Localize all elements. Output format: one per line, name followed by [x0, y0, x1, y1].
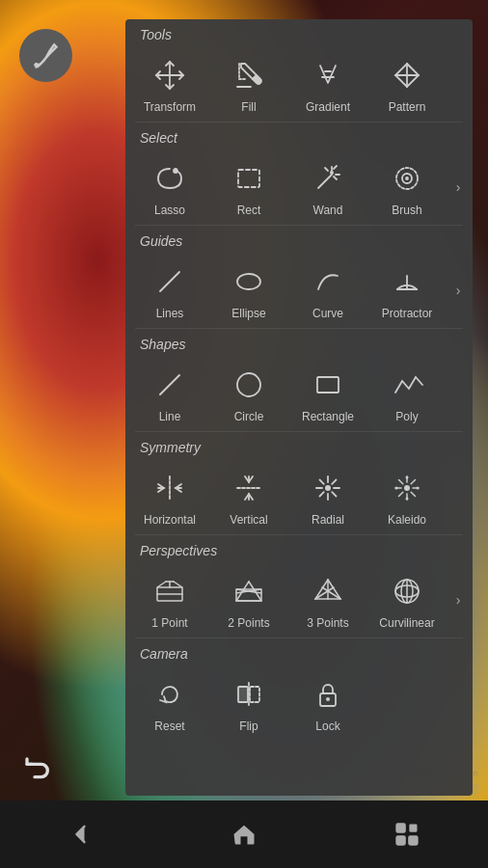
guides-arrow[interactable]: › [452, 283, 468, 298]
tools-grid-tools: Transform Fill [125, 46, 473, 122]
nav-home-button[interactable] [215, 810, 273, 858]
tool-lock[interactable]: Lock [288, 665, 367, 741]
tool-gradient[interactable]: Gradient [288, 46, 367, 122]
brush-select-icon [386, 157, 428, 200]
tool-pattern[interactable]: Pattern [367, 46, 447, 122]
tool-vertical[interactable]: Vertical [209, 459, 288, 534]
tool-brush-select[interactable]: Brush [367, 149, 447, 225]
nav-back-button[interactable] [52, 810, 110, 858]
tool-lines[interactable]: Lines [130, 253, 209, 328]
tool-line-label: Line [159, 410, 181, 423]
tool-transform[interactable]: Transform [130, 46, 209, 122]
tool-rectangle-label: Rectangle [302, 410, 354, 423]
tool-pattern-label: Pattern [389, 100, 426, 114]
svg-line-56 [174, 582, 182, 587]
tool-rect-label: Rect [237, 203, 261, 217]
tool-kaleido-label: Kaleido [388, 513, 426, 527]
svg-point-78 [326, 697, 330, 701]
tool-poly[interactable]: Poly [367, 356, 447, 431]
svg-point-24 [237, 373, 260, 396]
perspectives-arrow[interactable]: › [452, 592, 468, 608]
ellipse-icon [228, 260, 270, 303]
svg-point-51 [406, 498, 409, 501]
tools-row-select: Lasso Rect [130, 149, 452, 225]
tool-ellipse[interactable]: Ellipse [209, 253, 288, 328]
svg-point-19 [406, 177, 408, 179]
svg-line-55 [157, 582, 166, 587]
svg-point-32 [325, 485, 331, 491]
tool-line[interactable]: Line [130, 356, 209, 431]
tool-horizontal-label: Horizontal [144, 513, 196, 527]
tool-reset[interactable]: Reset [130, 665, 209, 741]
svg-line-48 [411, 480, 415, 484]
tool-lock-label: Lock [315, 719, 339, 733]
tool-reset-label: Reset [154, 719, 184, 733]
tool-wand-label: Wand [313, 203, 343, 217]
circle-icon [228, 364, 270, 406]
svg-point-21 [237, 274, 260, 289]
tool-lasso[interactable]: Lasso [130, 149, 209, 225]
tool-rectangle[interactable]: Rectangle [288, 356, 367, 431]
undo-button[interactable] [19, 747, 58, 786]
tool-circle-label: Circle [234, 410, 264, 423]
svg-line-20 [160, 272, 179, 291]
tool-protractor[interactable]: Protractor [367, 253, 447, 328]
svg-line-10 [318, 175, 332, 188]
tools-row-tools: Transform Fill [130, 46, 468, 122]
tool-curvilinear[interactable]: Curvilinear [367, 562, 447, 637]
tool-fill[interactable]: Fill [209, 46, 288, 122]
tool-kaleido[interactable]: Kaleido [367, 459, 447, 534]
nav-bar [0, 800, 488, 868]
svg-line-39 [332, 480, 336, 484]
tool-circle[interactable]: Circle [209, 356, 288, 431]
tools-grid-select: Lasso Rect [125, 149, 473, 225]
lasso-icon [149, 157, 191, 200]
svg-line-40 [320, 492, 324, 496]
tool-radial[interactable]: Radial [288, 459, 367, 534]
tool-curve[interactable]: Curve [288, 253, 367, 328]
svg-point-41 [404, 485, 410, 491]
svg-line-13 [334, 166, 337, 169]
tools-row-camera: Reset Flip [130, 665, 468, 741]
svg-line-14 [325, 168, 328, 171]
tool-2points-label: 2 Points [228, 616, 269, 630]
section-title-symmetry: Symmetry [125, 432, 473, 459]
sym-horizontal-icon [149, 467, 191, 509]
sym-vertical-icon [228, 467, 270, 509]
tool-horizontal[interactable]: Horizontal [130, 459, 209, 534]
persp-3-icon [307, 570, 349, 612]
section-title-guides: Guides [125, 226, 473, 253]
tool-1point[interactable]: 1 Point [130, 562, 209, 637]
nav-recent-button[interactable] [378, 810, 436, 858]
svg-line-47 [411, 492, 415, 496]
tool-2points[interactable]: 2 Points [209, 562, 288, 637]
tool-rect[interactable]: Rect [209, 149, 288, 225]
tool-wand[interactable]: Wand [288, 149, 367, 225]
svg-rect-80 [409, 825, 417, 832]
tools-grid-perspectives: 1 Point 2 Points [125, 562, 473, 637]
brush-button[interactable] [19, 29, 72, 82]
tools-row-perspectives: 1 Point 2 Points [130, 562, 452, 637]
tools-grid-guides: Lines Ellipse Curve [125, 253, 473, 328]
tool-brush-select-label: Brush [392, 203, 421, 217]
svg-line-37 [320, 480, 324, 484]
tool-vertical-label: Vertical [230, 513, 267, 527]
tool-ellipse-label: Ellipse [231, 307, 265, 320]
tools-grid-camera: Reset Flip [125, 665, 473, 741]
svg-rect-74 [238, 687, 248, 702]
svg-rect-25 [317, 377, 339, 393]
svg-line-15 [334, 176, 337, 179]
tool-1point-label: 1 Point [151, 616, 187, 630]
select-arrow[interactable]: › [452, 179, 468, 195]
tool-3points[interactable]: 3 Points [288, 562, 367, 637]
tool-curvilinear-label: Curvilinear [379, 616, 434, 630]
wand-icon [307, 157, 349, 200]
section-title-shapes: Shapes [125, 329, 473, 356]
tool-flip[interactable]: Flip [209, 665, 288, 741]
tool-lines-label: Lines [156, 307, 184, 320]
lock-icon [307, 673, 349, 716]
reset-icon [149, 673, 191, 716]
persp-2-icon [228, 570, 270, 612]
tool-transform-label: Transform [144, 100, 196, 114]
tool-3points-label: 3 Points [307, 616, 348, 630]
